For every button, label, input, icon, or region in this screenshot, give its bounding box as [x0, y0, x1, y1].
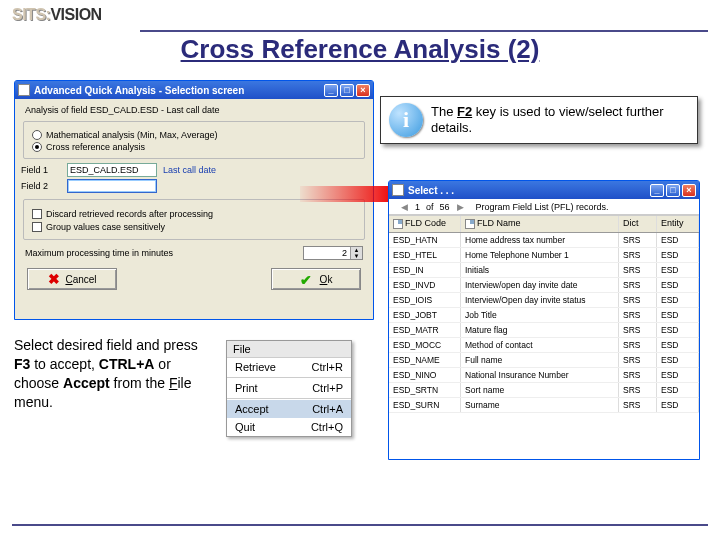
minutes-value: 2: [304, 247, 350, 259]
cell-code: ESD_JOBT: [389, 308, 461, 322]
slide-title: Cross Reference Analysis (2): [0, 34, 720, 65]
min-label: Maximum processing time in minutes: [25, 248, 173, 258]
menu-retrieve-accel: Ctrl+R: [312, 361, 343, 373]
info-icon: i: [389, 103, 423, 137]
col-name[interactable]: FLD Name: [461, 216, 619, 232]
minutes-spinner[interactable]: 2 ▲▼: [303, 246, 363, 260]
instr-e: menu.: [14, 394, 53, 410]
cell-dict: SRS: [619, 278, 657, 292]
filter-icon[interactable]: [393, 219, 403, 229]
table-row[interactable]: ESD_HTELHome Telephone Number 1SRSESD: [389, 248, 699, 263]
pager-bar: ◀ 1 of 56 ▶ Program Field List (PFL) rec…: [389, 199, 699, 215]
chk-discard-row[interactable]: Discard retrieved records after processi…: [32, 209, 356, 219]
cell-dict: SRS: [619, 383, 657, 397]
table-row[interactable]: ESD_JOBTJob TitleSRSESD: [389, 308, 699, 323]
cancel-button[interactable]: ✖ Cancel: [27, 268, 117, 290]
maximize-button[interactable]: □: [340, 84, 354, 97]
cell-name: Initials: [461, 263, 619, 277]
field1-value: ESD_CALD.ESD: [70, 165, 139, 175]
radio-math[interactable]: [32, 130, 42, 140]
menu-quit[interactable]: Quit Ctrl+Q: [227, 418, 351, 436]
select-title-text: Select . . .: [408, 185, 454, 196]
cell-name: Full name: [461, 353, 619, 367]
file-menu-title[interactable]: File: [227, 341, 351, 358]
filter-icon[interactable]: [465, 219, 475, 229]
select-titlebar[interactable]: Select . . . _ □ ×: [389, 181, 699, 199]
page-next-icon[interactable]: ▶: [456, 202, 466, 212]
table-row[interactable]: ESD_SURNSurnameSRSESD: [389, 398, 699, 413]
table-row[interactable]: ESD_NAMEFull nameSRSESD: [389, 353, 699, 368]
spin-down-icon[interactable]: ▼: [350, 253, 362, 259]
col-entity[interactable]: Entity: [657, 216, 699, 232]
cell-name: Home Telephone Number 1: [461, 248, 619, 262]
cell-dict: SRS: [619, 323, 657, 337]
cell-name: Interview/Open day invite status: [461, 293, 619, 307]
page-of: of: [426, 202, 434, 212]
menu-retrieve[interactable]: Retrieve Ctrl+R: [227, 358, 351, 376]
table-row[interactable]: ESD_MATRMature flagSRSESD: [389, 323, 699, 338]
page-prev-icon[interactable]: ◀: [399, 202, 409, 212]
divider-top: [140, 30, 708, 32]
instr-file-rest: ile: [177, 375, 191, 391]
cell-code: ESD_NINO: [389, 368, 461, 382]
analysis-type-group: Mathematical analysis (Min, Max, Average…: [23, 121, 365, 159]
minimize-button[interactable]: _: [650, 184, 664, 197]
cell-code: ESD_IOIS: [389, 293, 461, 307]
cell-entity: ESD: [657, 383, 699, 397]
table-row[interactable]: ESD_SRTNSort nameSRSESD: [389, 383, 699, 398]
chk-group-row[interactable]: Group values case sensitively: [32, 222, 356, 232]
radio-cross-row[interactable]: Cross reference analysis: [32, 142, 356, 152]
cell-dict: SRS: [619, 293, 657, 307]
table-body: ESD_HATNHome address tax numberSRSESDESD…: [389, 233, 699, 413]
info-callout: i The F2 key is used to view/select furt…: [380, 96, 698, 144]
cell-code: ESD_SURN: [389, 398, 461, 412]
ok-button[interactable]: ✔ Ok: [271, 268, 361, 290]
cancel-icon: ✖: [47, 272, 61, 286]
instr-a: Select desired field and press: [14, 337, 198, 353]
cell-name: Home address tax number: [461, 233, 619, 247]
instruction-text: Select desired field and press F3 to acc…: [14, 336, 214, 412]
cell-entity: ESD: [657, 248, 699, 262]
cell-entity: ESD: [657, 368, 699, 382]
cell-dict: SRS: [619, 398, 657, 412]
analysis-subtitle: Analysis of field ESD_CALD.ESD - Last ca…: [25, 105, 367, 115]
cell-code: ESD_IN: [389, 263, 461, 277]
table-row[interactable]: ESD_INVDInterview/open day invite dateSR…: [389, 278, 699, 293]
cell-entity: ESD: [657, 353, 699, 367]
menu-quit-label: Quit: [235, 421, 255, 433]
col-code[interactable]: FLD Code: [389, 216, 461, 232]
cell-entity: ESD: [657, 398, 699, 412]
field1-input[interactable]: ESD_CALD.ESD: [67, 163, 157, 177]
chk-discard[interactable]: [32, 209, 42, 219]
cell-code: ESD_MOCC: [389, 338, 461, 352]
cell-name: Interview/open day invite date: [461, 278, 619, 292]
cell-entity: ESD: [657, 278, 699, 292]
field2-input[interactable]: [67, 179, 157, 193]
table-header: FLD Code FLD Name Dict Entity: [389, 215, 699, 233]
close-button[interactable]: ×: [682, 184, 696, 197]
instr-ctrl: CTRL+A: [99, 356, 155, 372]
menu-print[interactable]: Print Ctrl+P: [227, 379, 351, 397]
menu-accept[interactable]: Accept Ctrl+A: [227, 400, 351, 418]
callout-pre: The: [431, 104, 457, 119]
cell-code: ESD_INVD: [389, 278, 461, 292]
col-dict[interactable]: Dict: [619, 216, 657, 232]
menu-separator: [227, 377, 351, 378]
menu-separator: [227, 398, 351, 399]
table-row[interactable]: ESD_NINONational Insurance NumberSRSESD: [389, 368, 699, 383]
table-row[interactable]: ESD_INInitialsSRSESD: [389, 263, 699, 278]
table-row[interactable]: ESD_IOISInterview/Open day invite status…: [389, 293, 699, 308]
minimize-button[interactable]: _: [324, 84, 338, 97]
radio-cross[interactable]: [32, 142, 42, 152]
select-window: Select . . . _ □ × ◀ 1 of 56 ▶ Program F…: [388, 180, 700, 460]
close-button[interactable]: ×: [356, 84, 370, 97]
analysis-titlebar[interactable]: Advanced Quick Analysis - Selection scre…: [15, 81, 373, 99]
cell-dict: SRS: [619, 248, 657, 262]
table-row[interactable]: ESD_MOCCMethod of contactSRSESD: [389, 338, 699, 353]
maximize-button[interactable]: □: [666, 184, 680, 197]
logo: SITS:VISION: [12, 6, 102, 24]
table-row[interactable]: ESD_HATNHome address tax numberSRSESD: [389, 233, 699, 248]
cell-dict: SRS: [619, 233, 657, 247]
radio-math-row[interactable]: Mathematical analysis (Min, Max, Average…: [32, 130, 356, 140]
chk-group[interactable]: [32, 222, 42, 232]
